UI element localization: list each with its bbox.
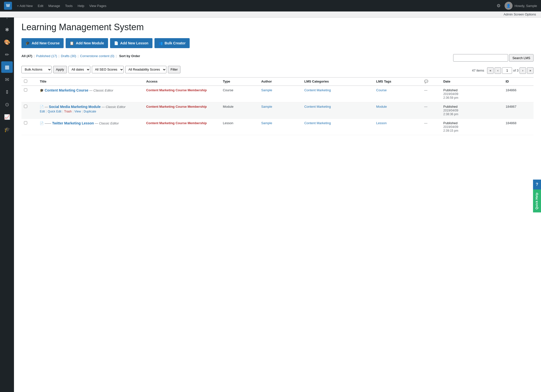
filter-all[interactable]: All (47)	[21, 54, 32, 58]
add-new-lesson-button[interactable]: 📄 Add New Lesson	[110, 38, 152, 48]
author-link[interactable]: Sample	[261, 88, 272, 92]
table-row: 🎓 Content Marketing Course — Classic Edi…	[21, 86, 534, 102]
first-page-button[interactable]: «	[487, 67, 494, 74]
entry-subtitle: — Classic Editor	[89, 89, 113, 92]
header-id: ID	[503, 77, 534, 86]
course-icon: 🎓	[25, 41, 30, 45]
tag-link[interactable]: Lesson	[376, 121, 387, 125]
admin-bar-tools[interactable]: Tools	[63, 3, 75, 9]
row-author-cell: Sample	[259, 102, 302, 118]
sidebar-item-arrows[interactable]: ⇕	[1, 86, 13, 98]
filter-drafts[interactable]: Drafts (30)	[61, 54, 76, 58]
lesson-icon: 📄	[114, 41, 118, 45]
table-row: 📄 —— Twitter Marketing Lesson — Classic …	[21, 118, 534, 135]
item-count: 47 items	[472, 69, 484, 72]
row-type-cell: Module	[220, 102, 259, 118]
wp-logo[interactable]: W	[4, 2, 12, 10]
admin-bar-view-pages[interactable]: View Pages	[87, 3, 108, 9]
entry-subtitle: — Classic Editor	[102, 105, 126, 109]
sidebar-item-pencil[interactable]: ✏	[1, 49, 13, 60]
filter-published[interactable]: Published (17)	[36, 54, 57, 58]
filter-cornerstone[interactable]: Cornerstone content (0)	[80, 54, 114, 58]
access-link[interactable]: Content Marketing Course Membership	[146, 88, 207, 92]
view-action[interactable]: View	[74, 110, 81, 113]
row-select-checkbox[interactable]	[24, 88, 27, 92]
total-pages: of 3	[513, 69, 519, 72]
readability-select[interactable]: All Readability Scores	[125, 66, 166, 73]
row-access-cell: Content Marketing Course Membership	[144, 118, 220, 135]
avatar[interactable]: 👤	[505, 2, 513, 10]
admin-bar-add-new[interactable]: + Add New	[15, 3, 35, 9]
add-new-module-button[interactable]: 📋 Add New Module	[66, 38, 108, 48]
apply-button[interactable]: Apply	[53, 66, 67, 73]
search-input[interactable]	[453, 54, 508, 62]
dates-select[interactable]: All dates	[68, 66, 90, 73]
row-select-checkbox[interactable]	[24, 121, 27, 124]
admin-bar-edit[interactable]: Edit	[36, 3, 45, 9]
bulk-icon: 👥	[158, 41, 163, 45]
screen-options-button[interactable]: Admin Screen Options	[504, 12, 536, 16]
seo-scores-select[interactable]: All SEO Scores	[92, 66, 124, 73]
quick-help-question-button[interactable]: ?	[533, 180, 541, 190]
next-page-button[interactable]: ›	[520, 67, 526, 74]
access-link[interactable]: Content Marketing Course Membership	[146, 121, 207, 125]
row-type-cell: Course	[220, 86, 259, 102]
row-tags-cell: Course	[374, 86, 422, 102]
duplicate-action[interactable]: Duplicate	[84, 110, 96, 113]
access-link[interactable]: Content Marketing Course Membership	[146, 105, 207, 108]
toolbar-row: Bulk Actions Edit Move to Trash Apply Al…	[21, 66, 534, 75]
sidebar-item-palette[interactable]: 🎨	[1, 36, 13, 48]
tag-link[interactable]: Course	[376, 88, 387, 92]
quick-edit-action[interactable]: Quick Edit	[48, 110, 61, 113]
row-id-cell: 184866	[503, 86, 534, 102]
admin-bar: W + Add New Edit Manage Tools Help View …	[0, 0, 541, 11]
author-link[interactable]: Sample	[261, 121, 272, 125]
sidebar-item-dashboard[interactable]: ✱	[1, 24, 13, 35]
entry-title-link[interactable]: Social Media Marketing Module	[49, 105, 101, 109]
module-icon: 📋	[70, 41, 74, 45]
author-link[interactable]: Sample	[261, 105, 272, 108]
howdy-text: Howdy, Sample	[515, 4, 537, 8]
edit-action[interactable]: Edit	[40, 110, 45, 113]
sort-by-order[interactable]: Sort by Order	[119, 54, 140, 58]
sidebar: › ✱ 🎨 ✏ ▦ ✉ ⇕ ⊙ 📈 🎓	[0, 11, 14, 392]
trash-action[interactable]: Trash	[64, 110, 72, 113]
entry-title-link[interactable]: Twitter Marketing Lesson	[52, 121, 94, 125]
filter-links: All (47) | Published (17) | Drafts (30) …	[21, 54, 140, 58]
gear-icon[interactable]: ⚙	[495, 2, 503, 10]
admin-bar-help[interactable]: Help	[76, 3, 86, 9]
header-lms-tags: LMS Tags	[374, 77, 422, 86]
filter-button[interactable]: Filter	[168, 66, 181, 73]
tag-link[interactable]: Module	[376, 105, 387, 108]
select-all-checkbox[interactable]	[24, 80, 27, 83]
category-link[interactable]: Content Marketing	[304, 88, 331, 92]
quick-help-label[interactable]: Quick Help	[533, 190, 541, 212]
sidebar-item-chart[interactable]: 📈	[1, 111, 13, 123]
header-title[interactable]: Title	[37, 77, 143, 86]
filter-search-row: All (47) | Published (17) | Drafts (30) …	[21, 54, 534, 62]
row-categories-cell: Content Marketing	[302, 102, 374, 118]
row-select-checkbox[interactable]	[24, 105, 27, 108]
sidebar-item-circle[interactable]: ⊙	[1, 99, 13, 110]
add-new-course-button[interactable]: 🎓 Add New Course	[21, 38, 64, 48]
row-date-cell: Published 2019/04/092:39:15 pm	[441, 118, 503, 135]
sidebar-item-mail[interactable]: ✉	[1, 74, 13, 85]
header-author: Author	[259, 77, 302, 86]
row-author-cell: Sample	[259, 118, 302, 135]
header-lms-categories: LMS Categories	[302, 77, 374, 86]
entry-title-link[interactable]: Content Marketing Course	[45, 88, 88, 92]
last-page-button[interactable]: »	[527, 67, 534, 74]
category-link[interactable]: Content Marketing	[304, 121, 331, 125]
row-id-cell: 184867	[503, 102, 534, 118]
current-page-input[interactable]	[502, 67, 512, 74]
category-link[interactable]: Content Marketing	[304, 105, 331, 108]
admin-bar-manage[interactable]: Manage	[46, 3, 62, 9]
bulk-bar: Bulk Actions Edit Move to Trash Apply Al…	[21, 66, 180, 73]
action-buttons: 🎓 Add New Course 📋 Add New Module 📄 Add …	[21, 38, 534, 48]
bulk-creator-button[interactable]: 👥 Bulk Creator	[154, 38, 190, 48]
search-lms-button[interactable]: Search LMS	[509, 54, 534, 62]
sidebar-item-lms[interactable]: 🎓	[1, 124, 13, 135]
bulk-actions-select[interactable]: Bulk Actions Edit Move to Trash	[21, 66, 52, 73]
prev-page-button[interactable]: ‹	[495, 67, 501, 74]
sidebar-item-grid[interactable]: ▦	[1, 61, 13, 73]
